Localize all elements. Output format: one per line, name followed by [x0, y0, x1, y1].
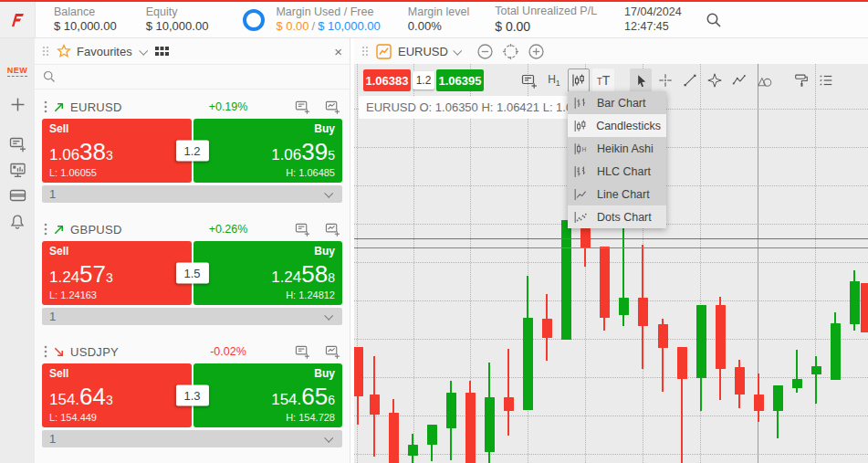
menu-item-hlc-chart[interactable]: HLC Chart: [568, 160, 666, 183]
kebab-menu-icon[interactable]: [44, 100, 47, 113]
day-high: H: 154.728: [201, 413, 336, 423]
crosshair-tool-icon[interactable]: [654, 68, 676, 92]
candle-body: [811, 366, 821, 374]
bar-chart-icon: [573, 96, 590, 110]
sell-price-badge[interactable]: 1.06383: [363, 69, 411, 91]
quantity-selector[interactable]: 1: [42, 185, 342, 203]
create-order-icon[interactable]: [295, 100, 310, 114]
chart-type-button[interactable]: [568, 68, 590, 92]
open-chart-icon[interactable]: [325, 222, 340, 237]
sell-price: 1.06383: [49, 140, 184, 163]
create-order-icon[interactable]: [518, 68, 540, 92]
ohlc-readout: EURUSD O: 1.06350 H: 1.06421 L: 1.0: [359, 96, 589, 119]
chart-header: EURUSD: [354, 38, 868, 64]
paint-roller-icon[interactable]: [790, 68, 812, 92]
chart-symbol[interactable]: EURUSD: [398, 45, 448, 58]
sell-button[interactable]: Sell 1.24573 L: 1.24163: [42, 241, 192, 305]
open-chart-icon[interactable]: [325, 100, 340, 114]
menu-item-bar-chart[interactable]: Bar Chart: [568, 91, 666, 114]
candle-body: [370, 395, 380, 415]
symbol-name[interactable]: USDJPY: [70, 345, 119, 359]
spread-badge[interactable]: 1.5: [175, 263, 208, 284]
fibonacci-star-tool-icon[interactable]: [704, 68, 726, 92]
symbol-card-usdjpy: USDJPY -0.02% Sell 154.643 L: 154.449 Bu…: [42, 340, 342, 447]
spread-badge: 1.2: [413, 71, 434, 89]
menu-item-label: Bar Chart: [597, 97, 646, 110]
payments-icon[interactable]: [9, 188, 26, 203]
trend-down-icon: [53, 346, 65, 358]
zoom-in-icon[interactable]: [528, 43, 545, 60]
sell-button[interactable]: Sell 154.643 L: 154.449: [42, 363, 192, 427]
balance-value: $ 10,000.00: [54, 19, 117, 34]
new-badge[interactable]: NEW: [7, 66, 28, 77]
quantity-selector[interactable]: 1: [42, 430, 342, 447]
buy-button[interactable]: Buy 154.656 H: 154.728: [193, 363, 343, 427]
symbol-row: GBPUSD +0.26%: [42, 217, 342, 241]
watchlist-search[interactable]: [35, 65, 350, 89]
balance-metric: Balance $ 10,000.00: [54, 5, 117, 35]
symbol-name[interactable]: EURUSD: [70, 100, 122, 114]
menu-item-label: Line Chart: [597, 188, 650, 201]
menu-item-candlesticks[interactable]: Candlesticks: [568, 114, 666, 137]
kebab-menu-icon[interactable]: [44, 345, 47, 358]
trendline-tool-icon[interactable]: [679, 68, 701, 92]
candle-body: [831, 323, 841, 380]
chart-type-menu: Bar ChartCandlesticksHHeikin AshiHLC Cha…: [568, 91, 666, 228]
kebab-menu-icon[interactable]: [44, 223, 47, 236]
spread-badge[interactable]: 1.3: [175, 385, 208, 406]
menu-item-line-chart[interactable]: Line Chart: [568, 183, 666, 205]
chevron-down-icon[interactable]: [139, 46, 148, 55]
create-order-icon[interactable]: [295, 344, 310, 359]
buy-button[interactable]: Buy 1.06395 H: 1.06485: [193, 119, 343, 183]
grid-line-horizontal: [354, 416, 868, 416]
sell-label: Sell: [49, 246, 184, 257]
server-datetime: 17/04/2024 12:47:45: [624, 5, 682, 34]
chevron-down-icon: [324, 189, 333, 198]
sell-price: 154.643: [49, 384, 184, 408]
grid-line-vertical: [413, 64, 414, 463]
view-grid-icon[interactable]: [155, 46, 169, 58]
menu-item-heikin-ashi[interactable]: HHeikin Ashi: [568, 137, 666, 160]
left-rail: NEW: [0, 38, 36, 463]
candle-body: [465, 393, 476, 463]
watchlist-title[interactable]: Favourites: [77, 45, 132, 58]
menu-item-dots-chart[interactable]: Dots Chart: [568, 205, 666, 228]
open-chart-icon[interactable]: [325, 344, 340, 359]
trading-terminal-icon[interactable]: [9, 162, 26, 179]
buy-price-badge[interactable]: 1.06395: [436, 69, 484, 91]
text-tool-button[interactable]: TT: [592, 68, 614, 92]
indicators-list-icon[interactable]: [815, 68, 837, 92]
top-bar: Balance $ 10,000.00 Equity $ 10,000.00 M…: [0, 0, 868, 38]
shapes-tool-icon[interactable]: [753, 68, 775, 92]
symbol-name[interactable]: GBPUSD: [70, 223, 122, 237]
search-icon[interactable]: [706, 12, 722, 28]
create-order-icon[interactable]: [295, 222, 310, 237]
zoom-out-icon[interactable]: [476, 43, 494, 60]
app-logo[interactable]: [0, 2, 36, 37]
unrealized-pl-value: $ 0.00: [495, 19, 597, 36]
polyline-tool-icon[interactable]: [728, 68, 750, 92]
timeframe-button[interactable]: H1: [543, 68, 565, 92]
spread-badge[interactable]: 1.2: [175, 141, 208, 162]
drag-handle-icon[interactable]: [361, 46, 369, 57]
server-date: 17/04/2024: [624, 5, 682, 20]
menu-item-label: Candlesticks: [596, 120, 661, 132]
drag-handle-icon[interactable]: [42, 46, 49, 57]
candle-body: [354, 347, 363, 396]
quantity-selector[interactable]: 1: [42, 308, 342, 325]
crosshair-target-icon[interactable]: [502, 43, 519, 60]
sell-price: 1.24573: [49, 262, 184, 286]
notifications-icon[interactable]: [9, 214, 26, 231]
cursor-tool-button[interactable]: [630, 68, 652, 92]
server-time: 12:47:45: [624, 20, 682, 35]
margin-label: Margin Used / Free: [276, 5, 380, 20]
buy-button[interactable]: Buy 1.24588 H: 1.24812: [193, 241, 343, 305]
chevron-down-icon[interactable]: [453, 46, 462, 55]
add-icon[interactable]: [10, 97, 26, 112]
quantity-value: 1: [49, 310, 56, 323]
close-icon[interactable]: ×: [334, 45, 342, 58]
new-order-panel-icon[interactable]: [9, 136, 26, 153]
candle-body: [696, 305, 706, 378]
margin-metric: Margin Used / Free $ 0.00/$ 10,000.00: [276, 5, 380, 35]
sell-button[interactable]: Sell 1.06383 L: 1.06055: [42, 119, 192, 183]
